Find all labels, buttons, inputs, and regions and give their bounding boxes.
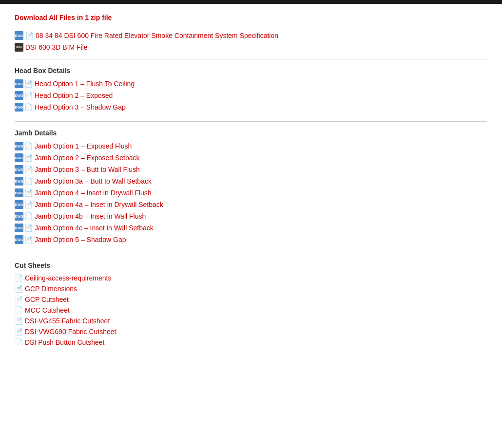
ceiling-access-link[interactable]: Ceiling-access-requirements [25,274,111,282]
divider-after-jamb [15,254,487,254]
download-all-link[interactable]: Download All Files in 1 zip file [15,14,112,21]
head-option-2-link[interactable]: Head Option 2 – Exposed [35,92,113,99]
cut-sheets-section: Cut Sheets 📄 Ceiling-access-requirements… [15,261,487,346]
jamb-option-3-item: DWG 📄 Jamb Option 3 – Butt to Wall Flush [15,165,487,174]
gcp-cutsheet-link[interactable]: GCP Cutsheet [25,296,69,303]
head-option-3-item: DWG 📄 Head Option 3 – Shadow Gap [15,103,487,112]
pdf-icon: 📄 [24,166,33,173]
dwg-icon: DWG [15,235,23,244]
pdf-icon: 📄 [24,236,33,243]
spec-file-item: DWG 📄 08 34 84 DSI 600 Fire Rated Elevat… [15,31,487,40]
head-option-3-link[interactable]: Head Option 3 – Shadow Gap [35,103,126,111]
jamb-option-4c-icons: DWG 📄 [15,224,33,232]
head-option-2-item: DWG 📄 Head Option 2 – Exposed [15,91,487,100]
jamb-section: Jamb Details DWG 📄 Jamb Option 1 – Expos… [15,129,487,244]
jamb-option-5-item: DWG 📄 Jamb Option 5 – Shadow Gap [15,235,487,244]
pdf-icon: 📄 [15,296,23,303]
gcp-dimensions-item: 📄 GCP Dimensions [15,285,487,293]
jamb-title: Jamb Details [15,129,487,137]
head-box-title: Head Box Details [15,67,487,75]
jamb-option-3a-item: DWG 📄 Jamb Option 3a – Butt to Wall Setb… [15,177,487,186]
dwg-icon: DWG [15,142,23,150]
divider-after-top [15,59,487,59]
dwg-icon: DWG [15,103,23,112]
jamb-option-1-icons: DWG 📄 [15,142,33,150]
cut-sheets-title: Cut Sheets [15,261,487,269]
jamb-option-4-link[interactable]: Jamb Option 4 – Inset in Drywall Flush [35,189,152,197]
jamb-option-3-icons: DWG 📄 [15,165,33,174]
pdf-icon: 📄 [15,274,23,282]
jamb-option-2-item: DWG 📄 Jamb Option 2 – Exposed Setback [15,153,487,162]
spec-icon-pair: DWG 📄 [15,31,34,40]
head-option-2-icons: DWG 📄 [15,91,33,100]
bim-icon: BIM [15,43,23,52]
dwg-icon: DWG [15,224,23,232]
head-option-1-item: DWG 📄 Head Option 1 – Flush To Ceiling [15,79,487,88]
pdf-icon: 📄 [15,317,23,325]
mcc-cutsheet-item: 📄 MCC Cutsheet [15,306,487,314]
dwg-icon: DWG [15,188,23,197]
jamb-option-2-link[interactable]: Jamb Option 2 – Exposed Setback [35,154,140,162]
jamb-option-1-link[interactable]: Jamb Option 1 – Exposed Flush [35,142,132,150]
head-box-section: Head Box Details DWG 📄 Head Option 1 – F… [15,67,487,112]
jamb-option-1-item: DWG 📄 Jamb Option 1 – Exposed Flush [15,142,487,150]
dsi-push-button-link[interactable]: DSI Push Button Cutsheet [25,338,104,346]
pdf-icon: 📄 [15,328,23,336]
jamb-option-4b-link[interactable]: Jamb Option 4b – Inset in Wall Flush [35,212,146,220]
jamb-option-3-link[interactable]: Jamb Option 3 – Butt to Wall Flush [35,166,140,173]
jamb-option-2-icons: DWG 📄 [15,153,33,162]
jamb-option-4c-link[interactable]: Jamb Option 4c – Inset in Wall Setback [35,224,154,232]
bim-file-link[interactable]: DSI 600 3D BIM File [25,43,88,51]
pdf-icon: 📄 [24,92,33,99]
jamb-option-3a-icons: DWG 📄 [15,177,33,186]
jamb-option-3a-link[interactable]: Jamb Option 3a – Butt to Wall Setback [35,177,152,185]
dsi-vg455-link[interactable]: DSI-VG455 Fabric Cutsheet [25,317,110,325]
dwg-icon: DWG [15,153,23,162]
dsi-push-button-item: 📄 DSI Push Button Cutsheet [15,338,487,346]
dwg-icon: DWG [15,91,23,100]
jamb-option-4b-icons: DWG 📄 [15,212,33,221]
dwg-icon: DWG [15,212,23,221]
ceiling-access-item: 📄 Ceiling-access-requirements [15,274,487,282]
pdf-icon: 📄 [25,32,34,39]
pdf-icon: 📄 [24,103,33,111]
dwg-icon: DWG [15,31,23,40]
jamb-option-4a-link[interactable]: Jamb Option 4a – Inset in Drywall Setbac… [35,201,163,208]
divider-after-head [15,121,487,122]
dsi-vwg690-item: 📄 DSI-VWG690 Fabric Cutsheet [15,328,487,336]
pdf-icon: 📄 [24,224,33,232]
head-option-3-icons: DWG 📄 [15,103,33,112]
pdf-icon: 📄 [24,189,33,197]
gcp-dimensions-link[interactable]: GCP Dimensions [25,285,77,293]
dsi-vwg690-link[interactable]: DSI-VWG690 Fabric Cutsheet [25,328,116,336]
dwg-icon: DWG [15,200,23,209]
dwg-icon: DWG [15,165,23,174]
jamb-option-4b-item: DWG 📄 Jamb Option 4b – Inset in Wall Flu… [15,212,487,221]
jamb-option-4-item: DWG 📄 Jamb Option 4 – Inset in Drywall F… [15,188,487,197]
pdf-icon: 📄 [24,177,33,185]
dsi-vg455-item: 📄 DSI-VG455 Fabric Cutsheet [15,317,487,325]
jamb-option-4c-item: DWG 📄 Jamb Option 4c – Inset in Wall Set… [15,224,487,232]
jamb-option-4a-item: DWG 📄 Jamb Option 4a – Inset in Drywall … [15,200,487,209]
pdf-icon: 📄 [24,142,33,150]
mcc-cutsheet-link[interactable]: MCC Cutsheet [25,306,70,314]
download-all-section: Download All Files in 1 zip file [15,14,487,21]
spec-file-link[interactable]: 08 34 84 DSI 600 Fire Rated Elevator Smo… [36,32,278,39]
pdf-icon: 📄 [24,154,33,162]
pdf-icon: 📄 [15,338,23,346]
pdf-icon: 📄 [15,285,23,293]
head-option-1-link[interactable]: Head Option 1 – Flush To Ceiling [35,80,135,88]
jamb-option-5-icons: DWG 📄 [15,235,33,244]
top-bar [0,0,502,4]
bim-file-item: BIM DSI 600 3D BIM File [15,43,487,52]
dwg-icon: DWG [15,177,23,186]
jamb-option-4-icons: DWG 📄 [15,188,33,197]
jamb-option-5-link[interactable]: Jamb Option 5 – Shadow Gap [35,236,126,243]
dwg-icon: DWG [15,79,23,88]
head-option-1-icons: DWG 📄 [15,79,33,88]
jamb-option-4a-icons: DWG 📄 [15,200,33,209]
pdf-icon: 📄 [24,212,33,220]
pdf-icon: 📄 [24,80,33,88]
pdf-icon: 📄 [15,306,23,314]
page-container: Download All Files in 1 zip file DWG 📄 0… [0,9,502,371]
